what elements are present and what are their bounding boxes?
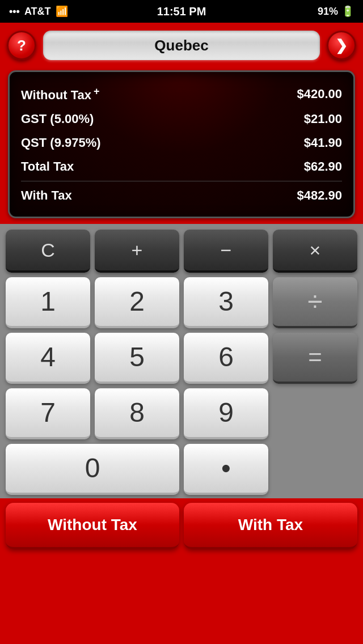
gst-label: GST (5.00%)	[21, 112, 94, 126]
keypad: C + − × 1 2 3 ÷ 4 5 6	[0, 224, 363, 498]
digit-5: 5	[129, 344, 145, 371]
divide-button[interactable]: ÷	[273, 277, 357, 328]
gst-row: GST (5.00%) $21.00	[21, 107, 342, 131]
clear-icon: C	[41, 240, 55, 260]
digit-9: 9	[218, 399, 234, 426]
button-4[interactable]: 4	[6, 333, 90, 384]
status-bar: ••• AT&T 📶 11:51 PM 91% 🔋	[0, 0, 363, 23]
digit-7: 7	[40, 399, 56, 426]
button-0[interactable]: 0	[6, 444, 179, 495]
clear-button[interactable]: C	[6, 230, 90, 273]
button-6[interactable]: 6	[184, 333, 268, 384]
button-8[interactable]: 8	[95, 388, 179, 439]
minus-operator-icon: −	[221, 240, 232, 260]
page-title: Quebec	[154, 37, 208, 54]
equals-button[interactable]: =	[273, 333, 357, 384]
qst-label: QST (9.975%)	[21, 135, 101, 150]
with-tax-label: With Tax	[21, 188, 72, 203]
button-7[interactable]: 7	[6, 388, 90, 439]
equals-icon: =	[308, 345, 322, 369]
digit-3: 3	[218, 288, 234, 315]
total-tax-value: $62.90	[304, 159, 342, 174]
digit-0: 0	[85, 455, 100, 482]
next-button[interactable]: ❯	[327, 31, 356, 60]
with-tax-button[interactable]: With Tax	[184, 503, 357, 549]
qst-value: $41.90	[304, 135, 342, 150]
help-icon: ?	[17, 37, 26, 54]
results-display: Without Tax+ $420.00 GST (5.00%) $21.00 …	[8, 70, 355, 218]
plus-icon: +	[94, 86, 100, 97]
status-right: 91% 🔋	[318, 5, 354, 18]
button-1[interactable]: 1	[6, 277, 90, 328]
digit-1: 1	[40, 288, 56, 315]
decimal-icon: •	[221, 455, 231, 482]
qst-row: QST (9.975%) $41.90	[21, 131, 342, 155]
without-tax-row: Without Tax+ $420.00	[21, 81, 342, 107]
digit-4: 4	[40, 344, 56, 371]
title-wrap: Quebec	[43, 31, 320, 60]
total-tax-label: Total Tax	[21, 159, 74, 174]
help-button[interactable]: ?	[7, 31, 36, 60]
carrier-label: AT&T	[24, 6, 51, 18]
total-tax-row: Total Tax $62.90	[21, 155, 342, 179]
number-grid: 1 2 3 ÷ 4 5 6 = 7 8 9	[6, 277, 357, 495]
add-button[interactable]: +	[95, 230, 179, 273]
digit-2: 2	[129, 288, 145, 315]
digit-6: 6	[218, 344, 234, 371]
plus-operator-icon: +	[132, 240, 143, 260]
battery-label: 91%	[318, 6, 338, 18]
button-5[interactable]: 5	[95, 333, 179, 384]
with-tax-row: With Tax $482.90	[21, 181, 342, 207]
without-tax-button[interactable]: Without Tax	[6, 503, 179, 549]
without-tax-value: $420.00	[297, 87, 342, 101]
multiply-icon: ×	[310, 240, 321, 260]
without-tax-label: Without Tax+	[21, 86, 100, 103]
gst-value: $21.00	[304, 112, 342, 126]
subtract-button[interactable]: −	[184, 230, 268, 273]
button-9[interactable]: 9	[184, 388, 268, 439]
divide-icon: ÷	[307, 288, 322, 315]
operator-row: C + − ×	[6, 230, 357, 273]
battery-icon: 🔋	[341, 5, 354, 18]
wifi-icon: 📶	[56, 5, 68, 18]
button-2[interactable]: 2	[95, 277, 179, 328]
header: ? Quebec ❯	[0, 23, 363, 68]
chevron-right-icon: ❯	[335, 37, 348, 54]
signal-icon: •••	[9, 6, 20, 18]
with-tax-button-label: With Tax	[238, 516, 303, 534]
decimal-button[interactable]: •	[184, 444, 268, 495]
status-left: ••• AT&T 📶	[9, 5, 68, 18]
button-3[interactable]: 3	[184, 277, 268, 328]
multiply-button[interactable]: ×	[273, 230, 357, 273]
digit-8: 8	[129, 399, 145, 426]
without-tax-button-label: Without Tax	[48, 516, 137, 534]
time-label: 11:51 PM	[157, 5, 206, 18]
bottom-buttons: Without Tax With Tax	[0, 498, 363, 557]
with-tax-value: $482.90	[297, 188, 342, 203]
